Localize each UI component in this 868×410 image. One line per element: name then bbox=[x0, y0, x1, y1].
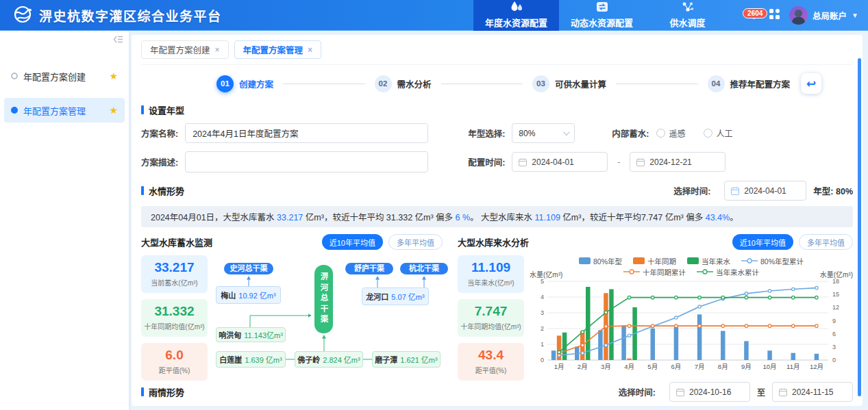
step-supply-calc[interactable]: 03 可供水量计算 bbox=[532, 75, 606, 92]
nav-water-supply-dispatch[interactable]: 供水调度 bbox=[645, 0, 730, 31]
stat-current-inflow: 11.109当年来水(亿m³) bbox=[458, 255, 524, 293]
svg-text:4月: 4月 bbox=[624, 363, 634, 370]
vertical-scrollbar[interactable] bbox=[858, 58, 861, 396]
left-axis-title: 水量(亿m³) bbox=[530, 269, 562, 279]
dispatch-nodes-icon bbox=[682, 1, 694, 14]
plan-name-input[interactable] bbox=[185, 123, 428, 143]
svg-text:8月: 8月 bbox=[718, 363, 728, 370]
config-start-date-picker[interactable]: 2024-04-01 bbox=[512, 152, 608, 172]
right-axis-title: 水量(亿m³) bbox=[820, 269, 853, 279]
transfer-card-icon bbox=[596, 1, 608, 14]
rain-end-date-picker[interactable]: 2024-11-15 bbox=[772, 382, 853, 402]
app-logo-icon bbox=[12, 4, 33, 27]
close-icon[interactable]: × bbox=[308, 45, 312, 55]
svg-text:4: 4 bbox=[541, 294, 544, 300]
rain-start-date-picker[interactable]: 2024-10-16 bbox=[669, 382, 750, 402]
step-label: 推荐年配置方案 bbox=[730, 77, 791, 90]
svg-text:7月: 7月 bbox=[695, 363, 705, 370]
step-number: 02 bbox=[375, 75, 392, 92]
step-connector bbox=[283, 84, 364, 84]
star-icon[interactable]: ★ bbox=[109, 71, 118, 81]
legend-item[interactable]: 十年同期 bbox=[633, 256, 676, 266]
tab-plan-create[interactable]: 年配置方案创建 × bbox=[141, 40, 229, 59]
canal-shihe-main: 史河总干渠 bbox=[224, 263, 273, 274]
svg-text:9: 9 bbox=[832, 318, 836, 324]
tab-label: 年配置方案创建 bbox=[150, 43, 210, 56]
year-type-value: 80% bbox=[519, 129, 535, 138]
svg-text:1月: 1月 bbox=[554, 363, 565, 370]
svg-text:9月: 9月 bbox=[741, 363, 752, 370]
radio-remote-sensing[interactable]: 遥感 bbox=[656, 127, 686, 139]
star-icon[interactable]: ★ bbox=[109, 105, 118, 116]
calendar-icon bbox=[676, 388, 684, 396]
chart-legend: 十年同期累计当年来水累计 bbox=[530, 266, 853, 277]
chevron-down-icon bbox=[563, 129, 570, 136]
nav-dynamic-water-allocation[interactable]: 动态水资源配置 bbox=[559, 0, 645, 31]
radio-manual[interactable]: 人工 bbox=[704, 127, 733, 139]
date-range-separator: - bbox=[617, 157, 620, 167]
btn-10yr-average[interactable]: 近10年平均值 bbox=[732, 234, 793, 250]
stat-10yr-average: 31.332十年同期均值(亿m³) bbox=[141, 299, 208, 337]
plan-desc-textarea[interactable] bbox=[185, 151, 428, 172]
close-icon[interactable]: × bbox=[215, 45, 220, 55]
btn-multi-year-average[interactable]: 多年平均值 bbox=[799, 234, 853, 250]
svg-text:2月: 2月 bbox=[578, 363, 588, 370]
canal-shulu: 舒庐干渠 bbox=[345, 263, 393, 274]
step-label: 创建方案 bbox=[239, 77, 273, 90]
user-name: 总局账户 bbox=[813, 9, 847, 22]
year-type-select[interactable]: 80% bbox=[512, 123, 575, 143]
nav-annual-water-allocation[interactable]: 年度水资源配置 bbox=[473, 0, 559, 31]
date-value: 2024-10-16 bbox=[689, 387, 731, 397]
user-menu[interactable]: 总局账户 ▼ bbox=[789, 6, 858, 25]
sidebar-item-plan-manage[interactable]: 年配置方案管理 ★ bbox=[4, 98, 125, 123]
inflow-analysis-panel: 大型水库来水分析 近10年平均值 多年平均值 11.109当年来水(亿m³) 7… bbox=[458, 234, 853, 381]
legend-item[interactable]: 80%年型 bbox=[579, 256, 622, 266]
undo-button[interactable]: ↩ bbox=[801, 73, 821, 94]
step-recommend-plan[interactable]: 04 推荐年配置方案 bbox=[708, 75, 791, 92]
sidebar-item-label: 年配置方案管理 bbox=[23, 104, 86, 117]
reservoir-meishan: 梅山10.92 亿m³ bbox=[216, 286, 281, 304]
btn-10yr-average[interactable]: 近10年平均值 bbox=[322, 234, 383, 250]
plan-name-label: 方案名称: bbox=[141, 127, 178, 140]
section-set-year-type: 设置年型 bbox=[141, 103, 853, 116]
btn-multi-year-average[interactable]: 多年平均值 bbox=[388, 234, 443, 250]
legend-item[interactable]: 十年同期累计 bbox=[623, 267, 686, 277]
year-type-readout: 年型: 80% bbox=[813, 184, 853, 197]
svg-text:3: 3 bbox=[832, 344, 836, 350]
radio-circle bbox=[656, 129, 665, 138]
water-drops-icon bbox=[510, 1, 523, 14]
step-number: 01 bbox=[216, 75, 234, 92]
legend-item[interactable]: 当年来水 bbox=[687, 256, 730, 266]
section-water-situation: 水情形势 bbox=[141, 184, 184, 197]
canal-hangbei: 杭北干渠 bbox=[400, 263, 448, 274]
sidebar-item-label: 年配置方案创建 bbox=[23, 70, 86, 83]
select-time-label: 选择时间: bbox=[619, 385, 656, 398]
date-value: 2024-04-01 bbox=[532, 157, 573, 167]
apps-grid-icon[interactable] bbox=[769, 9, 780, 21]
stat-10yr-average: 7.747十年同期均值(亿m³) bbox=[458, 299, 524, 337]
app-title: 淠史杭数字灌区综合业务平台 bbox=[39, 6, 222, 25]
chart-legend: 80%年型十年同期当年来水80%年型累计 bbox=[530, 255, 853, 266]
svg-text:11月: 11月 bbox=[786, 363, 799, 370]
reservoir-xianghongdian: 响洪甸11.143亿m³ bbox=[216, 327, 286, 342]
step-wizard: 01 创建方案 02 需水分析 03 可供水量计算 04 推荐年配置方案 ↩ bbox=[141, 65, 853, 101]
svg-text:1: 1 bbox=[541, 341, 544, 348]
step-create-plan[interactable]: 01 创建方案 bbox=[216, 75, 273, 92]
stat-current-storage: 33.217当前蓄水(亿m³) bbox=[141, 255, 208, 293]
svg-text:10月: 10月 bbox=[763, 363, 777, 370]
legend-item[interactable]: 80%年型累计 bbox=[741, 256, 804, 266]
step-label: 可供水量计算 bbox=[555, 77, 606, 90]
sidebar-collapse-icon[interactable] bbox=[113, 35, 123, 46]
water-date-picker[interactable]: 2024-04-01 bbox=[724, 181, 806, 201]
radio-circle bbox=[704, 129, 712, 138]
legend-item[interactable]: 当年来水累计 bbox=[697, 267, 759, 277]
sidebar-item-plan-create[interactable]: 年配置方案创建 ★ bbox=[4, 64, 125, 88]
select-time-label: 选择时间: bbox=[673, 184, 710, 197]
main-content: 年配置方案创建 × 年配置方案管理 × 01 创建方案 02 需水分析 03 可… bbox=[132, 35, 863, 406]
to-label: 至 bbox=[757, 386, 765, 398]
tab-plan-manage[interactable]: 年配置方案管理 × bbox=[234, 40, 322, 59]
svg-text:3: 3 bbox=[541, 309, 544, 316]
config-end-date-picker[interactable]: 2024-12-21 bbox=[630, 152, 726, 172]
reservoir-flow-diagram: 史河总干渠 舒庐干渠 杭北干渠 淠河总干渠 梅山10.92 亿m³ 龙河口5.0… bbox=[214, 255, 443, 373]
step-demand-analysis[interactable]: 02 需水分析 bbox=[375, 75, 432, 92]
